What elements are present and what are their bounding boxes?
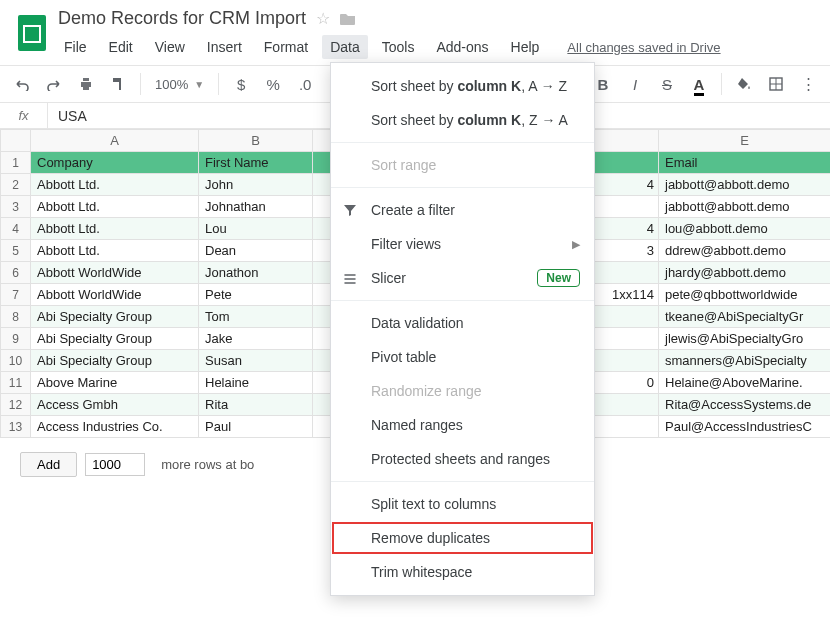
- cell[interactable]: jhardy@abbott.demo: [659, 262, 831, 284]
- zoom-select[interactable]: 100%▼: [149, 77, 210, 92]
- cell[interactable]: Rita: [199, 394, 313, 416]
- cell[interactable]: jlewis@AbiSpecialtyGro: [659, 328, 831, 350]
- strike-button[interactable]: S: [653, 70, 681, 98]
- row-header[interactable]: 8: [1, 306, 31, 328]
- cell[interactable]: Johnathan: [199, 196, 313, 218]
- menu-remove-duplicates[interactable]: Remove duplicates: [331, 521, 594, 555]
- cell[interactable]: Tom: [199, 306, 313, 328]
- cell[interactable]: ddrew@abbott.demo: [659, 240, 831, 262]
- add-rows-count-input[interactable]: [85, 453, 145, 476]
- row-header[interactable]: 2: [1, 174, 31, 196]
- cell[interactable]: Susan: [199, 350, 313, 372]
- menu-view[interactable]: View: [147, 35, 193, 59]
- row-header[interactable]: 9: [1, 328, 31, 350]
- menu-filter-views[interactable]: Filter views▶: [331, 227, 594, 261]
- cell[interactable]: jabbott@abbott.demo: [659, 174, 831, 196]
- cell[interactable]: Lou: [199, 218, 313, 240]
- add-rows-button[interactable]: Add: [20, 452, 77, 477]
- cell[interactable]: Helaine: [199, 372, 313, 394]
- text-color-button[interactable]: A: [685, 70, 713, 98]
- select-all-cell[interactable]: [1, 130, 31, 152]
- row-header[interactable]: 4: [1, 218, 31, 240]
- menu-trim-whitespace[interactable]: Trim whitespace: [331, 555, 594, 589]
- cell[interactable]: Rita@AccessSystems.de: [659, 394, 831, 416]
- cell[interactable]: Abi Specialty Group: [31, 328, 199, 350]
- fill-color-button[interactable]: [730, 70, 758, 98]
- paint-format-button[interactable]: [104, 70, 132, 98]
- cell[interactable]: pete@qbbottworldwide: [659, 284, 831, 306]
- cell[interactable]: lou@abbott.demo: [659, 218, 831, 240]
- cell[interactable]: Dean: [199, 240, 313, 262]
- cell[interactable]: tkeane@AbiSpecialtyGr: [659, 306, 831, 328]
- cell[interactable]: Paul@AccessIndustriesC: [659, 416, 831, 438]
- cell[interactable]: Abi Specialty Group: [31, 350, 199, 372]
- row-header[interactable]: 6: [1, 262, 31, 284]
- cell[interactable]: Jonathon: [199, 262, 313, 284]
- menu-named-ranges[interactable]: Named ranges: [331, 408, 594, 442]
- cell[interactable]: Abi Specialty Group: [31, 306, 199, 328]
- menu-data[interactable]: Data: [322, 35, 368, 59]
- cell[interactable]: Abbott Ltd.: [31, 218, 199, 240]
- row-header[interactable]: 5: [1, 240, 31, 262]
- cell[interactable]: jabbott@abbott.demo: [659, 196, 831, 218]
- menu-create-filter[interactable]: Create a filter: [331, 193, 594, 227]
- cell[interactable]: Abbott Ltd.: [31, 174, 199, 196]
- col-header-B[interactable]: B: [199, 130, 313, 152]
- menu-tools[interactable]: Tools: [374, 35, 423, 59]
- menu-insert[interactable]: Insert: [199, 35, 250, 59]
- cell[interactable]: Pete: [199, 284, 313, 306]
- menu-help[interactable]: Help: [503, 35, 548, 59]
- menu-file[interactable]: File: [56, 35, 95, 59]
- print-button[interactable]: [72, 70, 100, 98]
- cell[interactable]: Access Industries Co.: [31, 416, 199, 438]
- cell[interactable]: Above Marine: [31, 372, 199, 394]
- menu-sort-az[interactable]: Sort sheet by column K, A → Z: [331, 69, 594, 103]
- cell[interactable]: Access Gmbh: [31, 394, 199, 416]
- header-email[interactable]: Email: [659, 152, 831, 174]
- menu-data-validation[interactable]: Data validation: [331, 306, 594, 340]
- cell[interactable]: Abbott WorldWide: [31, 262, 199, 284]
- document-title[interactable]: Demo Records for CRM Import: [58, 8, 306, 29]
- row-header[interactable]: 11: [1, 372, 31, 394]
- col-header-E[interactable]: E: [659, 130, 831, 152]
- sheets-logo[interactable]: [10, 6, 54, 60]
- row-header[interactable]: 7: [1, 284, 31, 306]
- row-header[interactable]: 3: [1, 196, 31, 218]
- header-company[interactable]: Company: [31, 152, 199, 174]
- menu-pivot-table[interactable]: Pivot table: [331, 340, 594, 374]
- cell[interactable]: Paul: [199, 416, 313, 438]
- menu-split-text[interactable]: Split text to columns: [331, 487, 594, 521]
- row-header[interactable]: 12: [1, 394, 31, 416]
- cell[interactable]: Jake: [199, 328, 313, 350]
- borders-button[interactable]: [762, 70, 790, 98]
- row-header[interactable]: 10: [1, 350, 31, 372]
- format-percent-button[interactable]: %: [259, 70, 287, 98]
- menu-addons[interactable]: Add-ons: [428, 35, 496, 59]
- menu-protected-sheets[interactable]: Protected sheets and ranges: [331, 442, 594, 476]
- cell[interactable]: Helaine@AboveMarine.: [659, 372, 831, 394]
- cell[interactable]: John: [199, 174, 313, 196]
- menu-sort-za[interactable]: Sort sheet by column K, Z → A: [331, 103, 594, 137]
- header-firstname[interactable]: First Name: [199, 152, 313, 174]
- data-menu-dropdown: Sort sheet by column K, A → Z Sort sheet…: [330, 62, 595, 596]
- cell[interactable]: Abbott Ltd.: [31, 196, 199, 218]
- col-header-A[interactable]: A: [31, 130, 199, 152]
- menu-format[interactable]: Format: [256, 35, 316, 59]
- menu-slicer[interactable]: SlicerNew: [331, 261, 594, 295]
- redo-button[interactable]: [40, 70, 68, 98]
- cell[interactable]: Abbott WorldWide: [31, 284, 199, 306]
- row-header[interactable]: 1: [1, 152, 31, 174]
- format-currency-button[interactable]: $: [227, 70, 255, 98]
- formula-bar[interactable]: USA: [48, 108, 87, 124]
- format-decimal-button[interactable]: .0: [291, 70, 319, 98]
- save-status[interactable]: All changes saved in Drive: [567, 40, 720, 55]
- toolbar-overflow-button[interactable]: ⋮: [794, 70, 822, 98]
- italic-button[interactable]: I: [621, 70, 649, 98]
- menu-edit[interactable]: Edit: [101, 35, 141, 59]
- row-header[interactable]: 13: [1, 416, 31, 438]
- star-icon[interactable]: ☆: [316, 9, 330, 28]
- folder-icon[interactable]: [340, 12, 356, 26]
- undo-button[interactable]: [8, 70, 36, 98]
- cell[interactable]: Abbott Ltd.: [31, 240, 199, 262]
- cell[interactable]: smanners@AbiSpecialty: [659, 350, 831, 372]
